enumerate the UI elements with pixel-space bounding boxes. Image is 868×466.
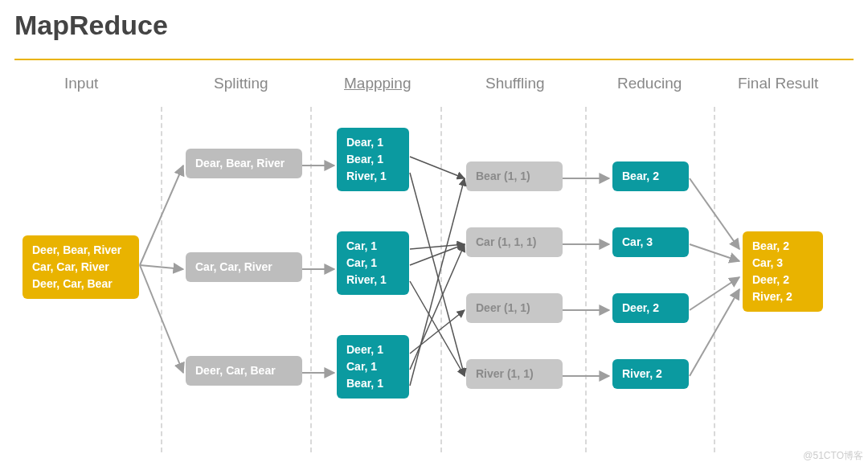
map-line: River, 1 <box>346 272 399 288</box>
dash-4 <box>585 107 587 452</box>
map-line: Bear, 1 <box>346 151 399 168</box>
shuffle-box: Bear (1, 1) <box>466 161 563 191</box>
shuffle-box: Deer (1, 1) <box>466 293 563 323</box>
dash-2 <box>310 107 312 452</box>
shuffle-line: Bear (1, 1) <box>476 168 553 185</box>
split-line: Car, Car, River <box>195 259 293 276</box>
final-line: River, 2 <box>752 288 813 305</box>
input-box: Deer, Bear, River Car, Car, River Deer, … <box>23 235 139 299</box>
map-box: Deer, 1 Car, 1 Bear, 1 <box>337 335 409 399</box>
dash-1 <box>161 107 162 452</box>
final-line: Car, 3 <box>752 255 813 272</box>
reduce-box: River, 2 <box>612 359 689 389</box>
page-title: MapReduce <box>14 10 854 41</box>
reduce-line: Bear, 2 <box>622 168 679 185</box>
reduce-box: Car, 3 <box>612 227 689 257</box>
divider <box>14 59 854 60</box>
map-line: Car, 1 <box>346 255 399 272</box>
split-line: Dear, Bear, River <box>195 155 293 172</box>
map-line: Car, 1 <box>346 238 399 255</box>
input-line: Deer, Bear, River <box>32 242 129 259</box>
input-line: Car, Car, River <box>32 259 129 276</box>
hdr-final: Final Result <box>738 75 818 92</box>
shuffle-line: River (1, 1) <box>476 366 553 382</box>
map-box: Car, 1 Car, 1 River, 1 <box>337 231 409 295</box>
split-box: Car, Car, River <box>186 252 302 282</box>
map-line: River, 1 <box>346 168 399 185</box>
map-line: Car, 1 <box>346 358 399 375</box>
dash-5 <box>714 107 715 452</box>
reduce-line: Deer, 2 <box>622 300 679 317</box>
final-line: Deer, 2 <box>752 272 813 288</box>
hdr-mapping: Mappping <box>344 75 411 92</box>
map-box: Dear, 1 Bear, 1 River, 1 <box>337 128 409 191</box>
reduce-line: Car, 3 <box>622 234 679 251</box>
final-line: Bear, 2 <box>752 238 813 255</box>
input-line: Deer, Car, Bear <box>32 276 129 292</box>
map-line: Dear, 1 <box>346 134 399 151</box>
hdr-reducing: Reducing <box>617 75 682 92</box>
hdr-splitting: Splitting <box>214 75 268 92</box>
shuffle-line: Deer (1, 1) <box>476 300 553 317</box>
split-line: Deer, Car, Bear <box>195 362 293 379</box>
dash-3 <box>440 107 442 452</box>
map-line: Deer, 1 <box>346 341 399 358</box>
columns: Input Splitting Mappping Shuffling Reduc… <box>14 75 854 452</box>
reduce-line: River, 2 <box>622 366 679 382</box>
reduce-box: Deer, 2 <box>612 293 689 323</box>
hdr-input: Input <box>64 75 98 92</box>
mapreduce-diagram: MapReduce Input Splitting Mappping Shuff… <box>0 0 868 466</box>
split-box: Dear, Bear, River <box>186 149 302 178</box>
shuffle-box: Car (1, 1, 1) <box>466 227 563 257</box>
map-line: Bear, 1 <box>346 375 399 392</box>
shuffle-line: Car (1, 1, 1) <box>476 234 553 251</box>
shuffle-box: River (1, 1) <box>466 359 563 389</box>
watermark: @51CTO博客 <box>803 449 863 463</box>
hdr-shuffling: Shuffling <box>485 75 545 92</box>
final-box: Bear, 2 Car, 3 Deer, 2 River, 2 <box>743 231 823 312</box>
reduce-box: Bear, 2 <box>612 161 689 191</box>
split-box: Deer, Car, Bear <box>186 356 302 386</box>
